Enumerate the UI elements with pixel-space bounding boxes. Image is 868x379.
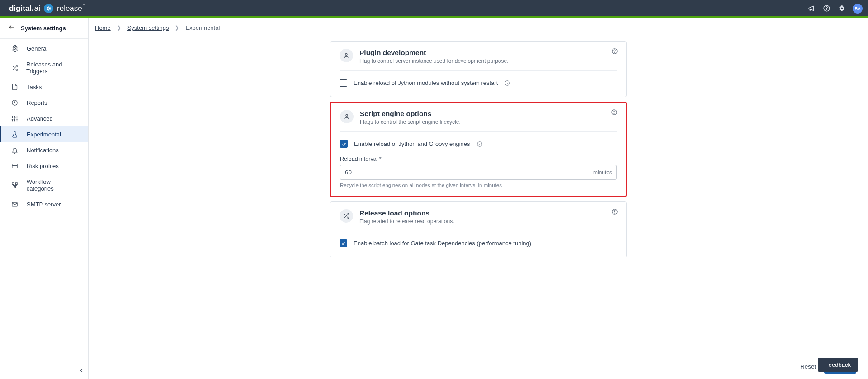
content-scroll[interactable]: Plugin development Flag to control serve… xyxy=(89,38,868,354)
sidebar: System settings General Releases and Tri… xyxy=(0,18,89,379)
card-subtitle: Flags to control the script engine lifec… xyxy=(360,119,461,125)
person-icon xyxy=(340,110,354,123)
sidebar-item-label: Tasks xyxy=(27,84,42,90)
info-circle-icon[interactable] xyxy=(476,141,483,147)
checkbox-label: Enable reload of Jython modules without … xyxy=(354,80,498,86)
main-content: Home ❯ System settings ❯ Experimental Pl… xyxy=(89,18,868,379)
sidebar-item-label: Advanced xyxy=(27,115,53,122)
svg-point-10 xyxy=(345,53,347,55)
svg-rect-7 xyxy=(15,182,17,184)
svg-point-16 xyxy=(614,113,614,114)
flask-icon xyxy=(11,131,19,138)
shuffle-icon xyxy=(11,65,18,71)
checkbox-label: Enable batch load for Gate task Dependen… xyxy=(354,240,531,247)
person-icon xyxy=(340,49,353,62)
footer-actions: Reset Save xyxy=(89,354,868,379)
field-label: Reload interval * xyxy=(340,156,617,162)
check-row-enable-batch-load: Enable batch load for Gate task Dependen… xyxy=(340,238,617,249)
reload-interval-input[interactable] xyxy=(340,165,617,180)
help-circle-icon[interactable] xyxy=(611,48,618,56)
sidebar-item-label: Reports xyxy=(27,99,47,106)
sidebar-item-label: SMTP server xyxy=(27,201,61,208)
sidebar-collapse-button[interactable] xyxy=(78,367,85,375)
sidebar-item-label: Notifications xyxy=(27,147,59,154)
sliders-icon xyxy=(11,115,19,122)
help-circle-icon[interactable] xyxy=(611,208,618,217)
breadcrumb-home[interactable]: Home xyxy=(95,24,111,31)
breadcrumb-settings[interactable]: System settings xyxy=(127,24,169,31)
brand: digital.ai release xyxy=(9,4,82,13)
document-icon xyxy=(11,84,19,90)
sidebar-back-button[interactable]: System settings xyxy=(0,18,88,39)
bell-icon xyxy=(11,147,19,154)
card-subtitle: Flag related to release read operations. xyxy=(359,218,454,225)
checkbox-enable-engines-reload[interactable] xyxy=(340,140,348,148)
sidebar-item-label: Risk profiles xyxy=(27,163,59,169)
mail-icon xyxy=(11,201,19,208)
gear-icon xyxy=(11,45,19,52)
check-row-enable-engines-reload: Enable reload of Jython and Groovy engin… xyxy=(340,138,617,150)
sidebar-item-label: Experimental xyxy=(27,131,61,138)
info-circle-icon[interactable] xyxy=(504,80,510,86)
svg-rect-6 xyxy=(12,182,14,184)
sidebar-item-advanced[interactable]: Advanced xyxy=(0,111,88,126)
app-header: digital.ai release RA xyxy=(0,0,868,18)
card-title: Script engine options xyxy=(360,110,461,118)
card-release-load-options: Release load options Flag related to rel… xyxy=(330,201,627,257)
breadcrumb: Home ❯ System settings ❯ Experimental xyxy=(89,18,868,38)
input-suffix: minutes xyxy=(593,169,612,176)
announcements-icon[interactable] xyxy=(808,5,816,12)
sidebar-item-general[interactable]: General xyxy=(0,41,88,56)
help-icon[interactable] xyxy=(823,5,830,12)
chevron-right-icon: ❯ xyxy=(175,25,179,31)
card-subtitle: Flag to control server instance used for… xyxy=(359,58,509,64)
user-avatar[interactable]: RA xyxy=(853,4,863,14)
sidebar-item-tasks[interactable]: Tasks xyxy=(0,79,88,95)
sidebar-item-risk-profiles[interactable]: Risk profiles xyxy=(0,158,88,174)
field-reload-interval: Reload interval * minutes Recycle the sc… xyxy=(340,156,617,188)
settings-icon[interactable] xyxy=(838,5,845,12)
card-title: Release load options xyxy=(359,209,454,217)
help-circle-icon[interactable] xyxy=(611,109,618,117)
svg-rect-8 xyxy=(14,186,16,188)
header-actions: RA xyxy=(808,4,863,14)
svg-point-19 xyxy=(614,213,615,213)
checkbox-enable-jython-reload[interactable] xyxy=(340,79,347,87)
checkbox-enable-batch-load[interactable] xyxy=(340,239,347,247)
svg-point-2 xyxy=(826,10,827,10)
sidebar-item-workflow-categories[interactable]: Workflow categories xyxy=(0,174,88,197)
check-row-enable-jython-reload: Enable reload of Jython modules without … xyxy=(340,77,617,89)
field-hint: Recycle the script engines on all nodes … xyxy=(340,182,617,188)
sidebar-item-experimental[interactable]: Experimental xyxy=(0,126,88,142)
brand-logo-icon xyxy=(44,4,53,13)
risk-icon xyxy=(11,163,19,169)
checkbox-label: Enable reload of Jython and Groovy engin… xyxy=(354,140,470,147)
chevron-right-icon: ❯ xyxy=(117,25,121,31)
card-script-engine-options: Script engine options Flags to control t… xyxy=(330,102,627,197)
sidebar-nav: General Releases and Triggers Tasks Repo… xyxy=(0,39,88,212)
svg-rect-5 xyxy=(12,164,17,168)
sidebar-item-reports[interactable]: Reports xyxy=(0,95,88,111)
feedback-button[interactable]: Feedback xyxy=(818,358,858,372)
workflow-icon xyxy=(11,182,19,189)
brand-product: release xyxy=(57,4,82,13)
svg-point-3 xyxy=(14,48,16,50)
sidebar-item-releases-triggers[interactable]: Releases and Triggers xyxy=(0,56,88,79)
sidebar-title: System settings xyxy=(21,25,66,32)
svg-point-14 xyxy=(346,114,348,116)
sidebar-item-label: General xyxy=(27,45,47,52)
shuffle-icon xyxy=(340,209,353,223)
sidebar-item-smtp-server[interactable]: SMTP server xyxy=(0,197,88,212)
sidebar-item-notifications[interactable]: Notifications xyxy=(0,142,88,158)
svg-point-0 xyxy=(48,8,50,9)
brand-name-prefix: digital. xyxy=(9,4,34,13)
arrow-left-icon xyxy=(8,24,15,32)
clock-icon xyxy=(11,99,19,106)
breadcrumb-current: Experimental xyxy=(185,24,220,31)
sidebar-item-label: Releases and Triggers xyxy=(26,61,78,75)
card-title: Plugin development xyxy=(359,49,509,57)
card-plugin-development: Plugin development Flag to control serve… xyxy=(330,41,627,97)
reset-button[interactable]: Reset xyxy=(800,363,816,370)
brand-name-suffix: ai xyxy=(34,4,40,13)
svg-point-12 xyxy=(614,52,615,53)
